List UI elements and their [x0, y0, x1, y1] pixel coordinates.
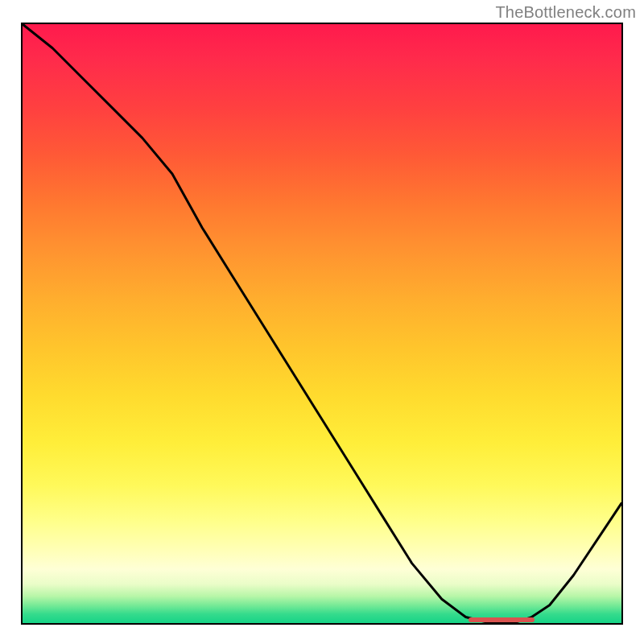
chart-canvas: TheBottleneck.com	[0, 0, 644, 644]
watermark-text: TheBottleneck.com	[495, 3, 636, 22]
optimal-zone-marker	[469, 617, 535, 622]
bottleneck-curve	[23, 24, 621, 623]
plot-area	[21, 23, 623, 625]
